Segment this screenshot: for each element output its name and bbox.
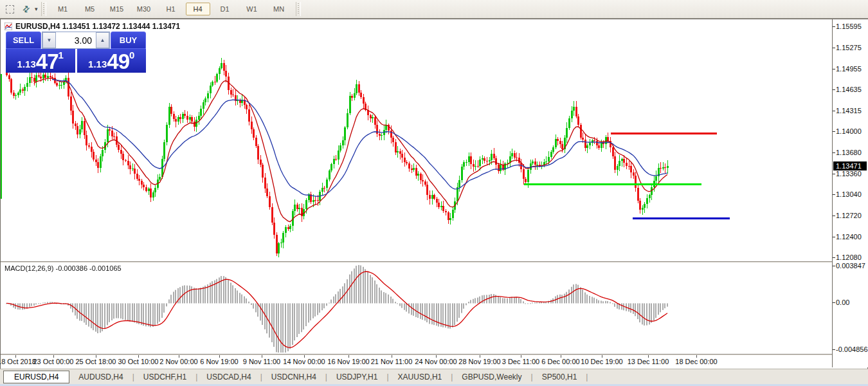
date-axis-tick — [304, 355, 305, 358]
price-axis-label: 1.12080 — [836, 253, 862, 261]
date-axis-tick — [262, 355, 262, 358]
sell-price-pip: 1 — [59, 50, 64, 60]
price-axis-label: 1.12400 — [836, 233, 862, 241]
buy-quote[interactable]: 1.13490 — [77, 49, 147, 73]
macd-indicator-label: MACD(12,26,9) -0.000386 -0.001065 — [5, 264, 122, 272]
macd-pane[interactable] — [1, 262, 832, 354]
date-axis-tick — [138, 355, 139, 358]
chart-tab-gbpusd-weekly[interactable]: GBPUSD,Weekly — [453, 371, 530, 383]
buy-price-pip: 0 — [129, 50, 134, 60]
date-axis-tick — [96, 355, 96, 358]
volume-increase-button[interactable]: ▲ — [96, 32, 109, 48]
axis-tick — [833, 152, 835, 153]
date-axis-tick — [436, 355, 437, 358]
date-axis-tick — [696, 355, 697, 358]
toolbar-separator — [41, 2, 46, 16]
chart-tab-usdcad-h4[interactable]: USDCAD,H4 — [197, 371, 260, 383]
chart-tab-audusd-h4[interactable]: AUDUSD,H4 — [69, 371, 132, 383]
chart-tab-usdchf-h1[interactable]: USDCHF,H1 — [134, 371, 195, 383]
sell-button[interactable]: SELL — [6, 32, 41, 49]
price-axis-label: 1.14315 — [836, 107, 862, 115]
axis-tick — [833, 131, 835, 132]
date-axis-tick — [648, 355, 649, 358]
axis-tick — [833, 257, 835, 258]
chart-title-text: EURUSD,H4 1.13451 1.13472 1.13444 1.1347… — [15, 22, 180, 31]
buy-price-main: 49 — [107, 52, 129, 71]
axis-tick — [833, 237, 835, 237]
macd-axis-label: 0.00 — [836, 299, 849, 306]
price-axis-label: 1.15275 — [836, 44, 862, 51]
chart-icon — [5, 23, 12, 30]
buy-price-prefix: 1.13 — [88, 59, 107, 69]
timeframe-button-m30[interactable]: M30 — [132, 3, 156, 15]
axis-tick — [833, 349, 835, 350]
chart-tab-xauusd-h1[interactable]: XAUUSD,H1 — [389, 371, 451, 383]
chart-tab-bar: EURUSD,H4AUDUSD,H4|USDCHF,H1|USDCAD,H4|U… — [0, 369, 868, 385]
chart-tab-eurusd-h4[interactable]: EURUSD,H4 — [3, 371, 69, 383]
timeframe-button-h1[interactable]: H1 — [159, 3, 183, 15]
axis-tick — [833, 216, 835, 216]
chart-title: EURUSD,H4 1.13451 1.13472 1.13444 1.1347… — [5, 22, 180, 31]
price-axis-label: 1.14000 — [836, 127, 862, 135]
date-axis[interactable]: 18 Oct 201823 Oct 00:0025 Oct 18:0030 Oc… — [1, 355, 832, 367]
price-axis-label: 1.13680 — [836, 149, 862, 156]
price-axis-label: 1.12720 — [836, 212, 862, 219]
timeframe-button-m1[interactable]: M1 — [51, 3, 75, 15]
timeframe-button-m5[interactable]: M5 — [78, 3, 102, 15]
axis-tick — [833, 174, 835, 174]
date-axis-tick — [179, 355, 179, 358]
volume-decrease-button[interactable]: ▼ — [42, 32, 56, 48]
clipped-candle — [1, 74, 2, 199]
axis-tick — [833, 266, 835, 266]
volume-input[interactable]: 3.00 — [56, 32, 96, 48]
sell-price-main: 47 — [36, 52, 59, 71]
price-axis-label: 1.14955 — [836, 65, 862, 73]
axis-tick — [833, 89, 835, 90]
date-axis-tick — [602, 355, 602, 358]
current-price-tag: 1.13471 — [833, 161, 867, 170]
axis-tick — [833, 194, 835, 195]
chart-tab-usdjpy-h1[interactable]: USDJPY,H1 — [327, 371, 386, 383]
macd-axis-label: -0.004856 — [836, 345, 868, 353]
macd-canvas[interactable] — [1, 262, 832, 354]
buy-button[interactable]: BUY — [111, 32, 146, 49]
sell-quote[interactable]: 1.13471 — [6, 49, 75, 73]
timeframe-button-w1[interactable]: W1 — [240, 3, 264, 15]
timeframe-button-d1[interactable]: D1 — [213, 3, 237, 15]
toolbar-separator — [296, 2, 301, 16]
axis-tick — [833, 302, 835, 303]
axis-tick — [833, 111, 835, 111]
volume-stepper: ▼ 3.00 ▲ — [42, 32, 110, 49]
price-axis-label: 1.15595 — [836, 23, 862, 30]
price-axis-label: 1.14635 — [836, 86, 862, 93]
timeframe-button-m15[interactable]: M15 — [105, 3, 129, 15]
macd-axis-label: 0.003847 — [836, 262, 865, 270]
axis-tick — [833, 69, 835, 69]
top-toolbar: ⇅ ▾ M1M5M15M30H1H4D1W1MN — [0, 0, 868, 19]
one-click-trading-panel: SELL ▼ 3.00 ▲ BUY 1.13471 1.13490 — [6, 32, 146, 73]
date-axis-tick — [53, 355, 54, 358]
dashed-rectangle-icon[interactable] — [3, 3, 17, 15]
price-axis-label: 1.13040 — [836, 190, 862, 198]
date-axis-tick — [348, 355, 349, 358]
chart-window: EURUSD,H4 1.13451 1.13472 1.13444 1.1347… — [0, 19, 868, 369]
timeframe-button-mn[interactable]: MN — [267, 3, 291, 15]
chart-tab-sp500-h1[interactable]: SP500,H1 — [533, 371, 586, 383]
axis-tick — [833, 26, 835, 27]
date-axis-tick — [392, 355, 392, 358]
date-axis-tick — [480, 355, 480, 358]
chart-tab-usdcnh-h4[interactable]: USDCNH,H4 — [262, 371, 325, 383]
sell-price-prefix: 1.13 — [17, 59, 36, 69]
price-axis-label: 1.13360 — [836, 170, 862, 178]
tile-windows-icon[interactable]: ⇅ — [17, 0, 36, 19]
date-axis-tick — [561, 355, 561, 358]
date-axis-label: 18 Dec 00:00 — [667, 358, 725, 365]
date-axis-tick — [219, 355, 220, 358]
axis-tick — [833, 48, 835, 48]
date-axis-tick — [15, 355, 16, 358]
timeframe-button-h4[interactable]: H4 — [186, 3, 210, 15]
tab-separator: | — [586, 372, 588, 381]
date-axis-tick — [521, 355, 521, 358]
price-axis[interactable]: 1.13471 1.155951.152751.149551.146351.14… — [832, 19, 868, 367]
